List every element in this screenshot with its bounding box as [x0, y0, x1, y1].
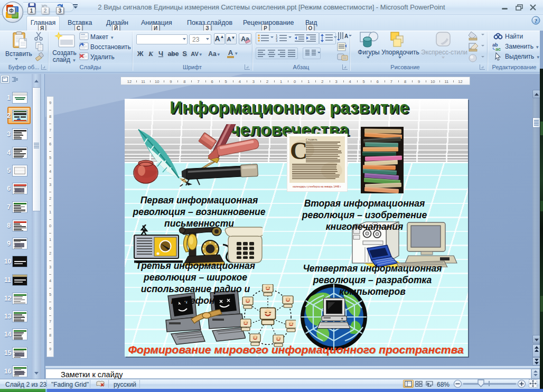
- svg-text:?: ?: [535, 17, 538, 24]
- svg-text:ac: ac: [495, 46, 501, 51]
- svg-text:календарь гутенберга на январь: календарь гутенберга на январь 1448 г: [293, 185, 341, 188]
- svg-text:С: С: [290, 137, 307, 164]
- svg-text:А: А: [344, 33, 348, 39]
- svg-text:Стадилъ: Стадилъ: [306, 138, 317, 141]
